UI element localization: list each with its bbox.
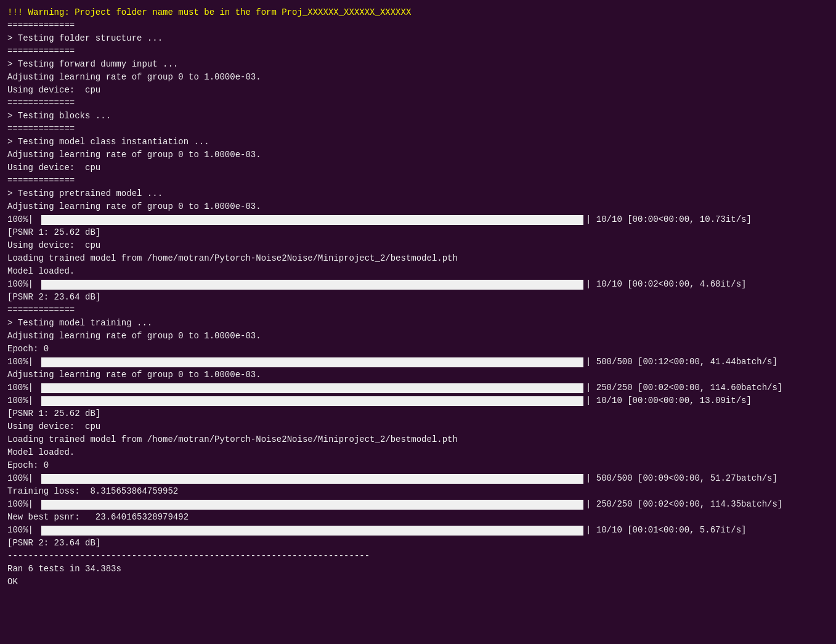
output-line: > Testing pretrained model ... [7,187,829,200]
progress-line: 100%|| 10/10 [00:01<00:00, 5.67it/s] [7,524,829,537]
section-divider: ============= [7,174,829,187]
progress-bar [41,396,583,406]
output-line: > Testing forward dummy input ... [7,58,829,71]
output-line: Model loaded. [7,446,829,459]
output-line: Using device: cpu [7,420,829,433]
output-line: > Testing model class instantiation ... [7,136,829,149]
progress-suffix: | 500/500 [00:12<00:00, 41.44batch/s] [586,356,777,369]
output-line: Epoch: 0 [7,343,829,356]
output-line: Adjusting learning rate of group 0 to 1.… [7,200,829,213]
progress-line: 100%|| 500/500 [00:09<00:00, 51.27batch/… [7,472,829,485]
output-line: > Testing folder structure ... [7,32,829,45]
progress-prefix: 100%| [7,213,41,226]
progress-line: 100%|| 10/10 [00:00<00:00, 10.73it/s] [7,213,829,226]
output-line: Model loaded. [7,265,829,278]
progress-prefix: 100%| [7,278,41,291]
output-line: Using device: cpu [7,84,829,97]
progress-suffix: | 10/10 [00:00<00:00, 10.73it/s] [586,213,752,226]
progress-bar [41,215,583,225]
progress-line: 100%|| 10/10 [00:00<00:00, 13.09it/s] [7,394,829,407]
section-divider: ============= [7,304,829,317]
output-line: [PSNR 2: 23.64 dB] [7,537,829,550]
output-line: Adjusting learning rate of group 0 to 1.… [7,149,829,161]
progress-bar [41,280,583,290]
progress-suffix: | 10/10 [00:01<00:00, 5.67it/s] [586,524,746,537]
output-line: Adjusting learning rate of group 0 to 1.… [7,330,829,343]
progress-prefix: 100%| [7,472,41,485]
output-line: Ran 6 tests in 34.383s [7,563,829,576]
progress-bar [41,526,583,536]
progress-line: 100%|| 250/250 [00:02<00:00, 114.60batch… [7,381,829,394]
output-line: Loading trained model from /home/motran/… [7,252,829,265]
section-divider: ============= [7,97,829,110]
section-divider: ============= [7,123,829,136]
section-divider: ============= [7,45,829,58]
section-divider: ============= [7,19,829,32]
output-line: Using device: cpu [7,239,829,252]
test-separator: ----------------------------------------… [7,550,829,563]
progress-bar [41,383,583,393]
output-line: Using device: cpu [7,161,829,174]
progress-prefix: 100%| [7,394,41,407]
progress-prefix: 100%| [7,381,41,394]
output-line: Adjusting learning rate of group 0 to 1.… [7,71,829,84]
output-line: [PSNR 1: 25.62 dB] [7,226,829,239]
progress-suffix: | 500/500 [00:09<00:00, 51.27batch/s] [586,472,777,485]
terminal: !!! Warning: Project folder name must be… [0,0,836,595]
progress-bar [41,474,583,484]
progress-prefix: 100%| [7,356,41,369]
output-line: Loading trained model from /home/motran/… [7,433,829,446]
output-line: [PSNR 2: 23.64 dB] [7,291,829,304]
warning-text: !!! Warning: Project folder name must be… [7,6,829,19]
progress-suffix: | 250/250 [00:02<00:00, 114.60batch/s] [586,381,782,394]
progress-suffix: | 10/10 [00:02<00:00, 4.68it/s] [586,278,746,291]
progress-suffix: | 250/250 [00:02<00:00, 114.35batch/s] [586,498,782,511]
ok-text: OK [7,576,829,589]
output-line: > Testing model training ... [7,317,829,330]
progress-line: 100%|| 500/500 [00:12<00:00, 41.44batch/… [7,356,829,369]
progress-bar [41,500,583,510]
output-line: Adjusting learning rate of group 0 to 1.… [7,369,829,381]
output-line: [PSNR 1: 25.62 dB] [7,407,829,420]
progress-suffix: | 10/10 [00:00<00:00, 13.09it/s] [586,394,752,407]
progress-prefix: 100%| [7,498,41,511]
output-line: Training loss: 8.315653864759952 [7,485,829,498]
output-line: > Testing blocks ... [7,110,829,123]
progress-prefix: 100%| [7,524,41,537]
progress-line: 100%|| 250/250 [00:02<00:00, 114.35batch… [7,498,829,511]
progress-bar [41,357,583,367]
output-line: Epoch: 0 [7,459,829,472]
output-line: New best psnr: 23.6401653289​79492 [7,511,829,524]
progress-line: 100%|| 10/10 [00:02<00:00, 4.68it/s] [7,278,829,291]
